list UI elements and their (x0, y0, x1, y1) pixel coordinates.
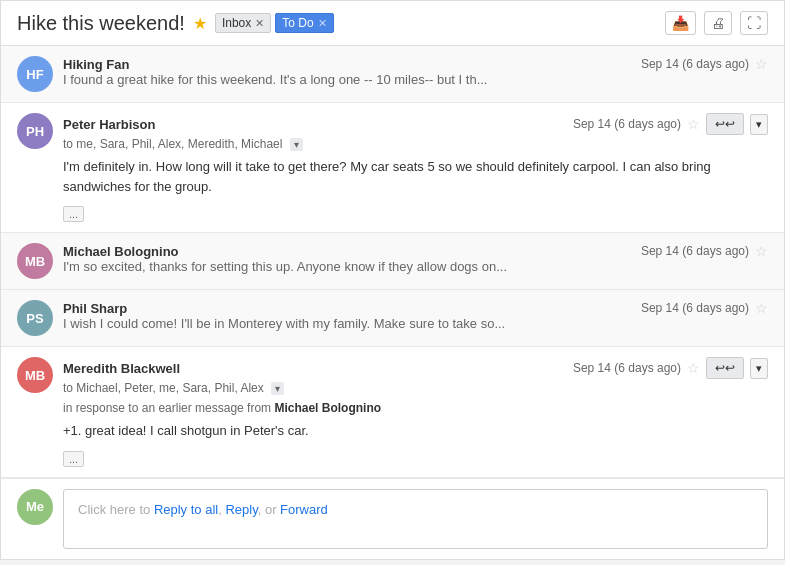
print-button[interactable]: 🖨 (704, 11, 732, 35)
sender-peter: Peter Harbison (63, 117, 155, 132)
tag-inbox-close[interactable]: ✕ (255, 17, 264, 30)
star-peter[interactable]: ☆ (687, 116, 700, 132)
message-top-row-phil: Phil Sharp Sep 14 (6 days ago) ☆ (63, 300, 768, 316)
message-content-hiking-fan: Hiking Fan Sep 14 (6 days ago) ☆ I found… (63, 56, 768, 87)
forward-link[interactable]: Forward (280, 502, 328, 517)
date-meredith: Sep 14 (6 days ago) (573, 361, 681, 375)
message-top-row-meredith: Meredith Blackwell Sep 14 (6 days ago) ☆… (63, 357, 768, 379)
more-content-peter[interactable]: ... (63, 206, 84, 222)
star-hiking-fan[interactable]: ☆ (755, 56, 768, 72)
reply-meredith-button[interactable]: ↩↩ (706, 357, 744, 379)
snippet-phil: I wish I could come! I'll be in Monterey… (63, 316, 768, 331)
message-row-michael[interactable]: MB Michael Bolognino Sep 14 (6 days ago)… (1, 233, 784, 290)
reply-or-text: , or (258, 502, 280, 517)
more-peter-button[interactable]: ▾ (750, 114, 768, 135)
sender-phil: Phil Sharp (63, 301, 127, 316)
expand-recipients-meredith[interactable]: ▾ (271, 382, 284, 395)
avatar-phil: PS (17, 300, 53, 336)
message-top-row-peter: Peter Harbison Sep 14 (6 days ago) ☆ ↩↩ … (63, 113, 768, 135)
message-meta-phil: Sep 14 (6 days ago) ☆ (641, 300, 768, 316)
star-michael[interactable]: ☆ (755, 243, 768, 259)
message-row-phil[interactable]: PS Phil Sharp Sep 14 (6 days ago) ☆ I wi… (1, 290, 784, 347)
message-row-peter: PH Peter Harbison Sep 14 (6 days ago) ☆ … (1, 103, 784, 233)
date-michael: Sep 14 (6 days ago) (641, 244, 749, 258)
more-content-meredith[interactable]: ... (63, 451, 84, 467)
snippet-michael: I'm so excited, thanks for setting this … (63, 259, 768, 274)
email-title: Hike this weekend! (17, 12, 185, 35)
reply-box[interactable]: Click here to Reply to all, Reply, or Fo… (63, 489, 768, 549)
date-phil: Sep 14 (6 days ago) (641, 301, 749, 315)
to-line-peter: to me, Sara, Phil, Alex, Meredith, Micha… (63, 137, 768, 151)
avatar-hiking-fan: HF (17, 56, 53, 92)
sender-michael: Michael Bolognino (63, 244, 179, 259)
tag-todo-close[interactable]: ✕ (318, 17, 327, 30)
reply-box-row: Me Click here to Reply to all, Reply, or… (1, 478, 784, 559)
message-content-meredith: Meredith Blackwell Sep 14 (6 days ago) ☆… (63, 357, 768, 467)
star-phil[interactable]: ☆ (755, 300, 768, 316)
message-row-hiking-fan[interactable]: HF Hiking Fan Sep 14 (6 days ago) ☆ I fo… (1, 46, 784, 103)
avatar-me: Me (17, 489, 53, 525)
message-content-peter: Peter Harbison Sep 14 (6 days ago) ☆ ↩↩ … (63, 113, 768, 222)
body-peter: I'm definitely in. How long will it take… (63, 157, 768, 196)
reply-prompt-text: Click here to (78, 502, 154, 517)
sender-hiking-fan: Hiking Fan (63, 57, 129, 72)
expand-recipients-peter[interactable]: ▾ (290, 138, 303, 151)
tag-todo-label: To Do (282, 16, 313, 30)
message-top-row-michael: Michael Bolognino Sep 14 (6 days ago) ☆ (63, 243, 768, 259)
sender-meredith: Meredith Blackwell (63, 361, 180, 376)
snippet-hiking-fan: I found a great hike for this weekend. I… (63, 72, 768, 87)
reply-peter-button[interactable]: ↩↩ (706, 113, 744, 135)
message-content-phil: Phil Sharp Sep 14 (6 days ago) ☆ I wish … (63, 300, 768, 331)
message-meta-michael: Sep 14 (6 days ago) ☆ (641, 243, 768, 259)
message-content-michael: Michael Bolognino Sep 14 (6 days ago) ☆ … (63, 243, 768, 274)
body-meredith: +1. great idea! I call shotgun in Peter'… (63, 421, 768, 441)
in-response-sender: Michael Bolognino (274, 401, 381, 415)
avatar-peter: PH (17, 113, 53, 149)
avatar-meredith: MB (17, 357, 53, 393)
email-header: Hike this weekend! ★ Inbox ✕ To Do ✕ 📥 🖨… (1, 1, 784, 46)
tag-todo: To Do ✕ (275, 13, 333, 33)
reply-link[interactable]: Reply (225, 502, 257, 517)
date-hiking-fan: Sep 14 (6 days ago) (641, 57, 749, 71)
date-peter: Sep 14 (6 days ago) (573, 117, 681, 131)
archive-button[interactable]: 📥 (665, 11, 696, 35)
message-meta-peter: Sep 14 (6 days ago) ☆ ↩↩ ▾ (573, 113, 768, 135)
header-actions: 📥 🖨 ⛶ (665, 11, 768, 35)
message-meta-meredith: Sep 14 (6 days ago) ☆ ↩↩ ▾ (573, 357, 768, 379)
tag-inbox-label: Inbox (222, 16, 251, 30)
email-thread: Hike this weekend! ★ Inbox ✕ To Do ✕ 📥 🖨… (0, 0, 785, 560)
tag-inbox: Inbox ✕ (215, 13, 271, 33)
in-response-meredith: in response to an earlier message from M… (63, 401, 768, 415)
to-line-meredith: to Michael, Peter, me, Sara, Phil, Alex … (63, 381, 768, 395)
message-row-meredith: MB Meredith Blackwell Sep 14 (6 days ago… (1, 347, 784, 478)
star-label-icon[interactable]: ★ (193, 14, 207, 33)
more-meredith-button[interactable]: ▾ (750, 358, 768, 379)
message-meta-hiking-fan: Sep 14 (6 days ago) ☆ (641, 56, 768, 72)
fullscreen-button[interactable]: ⛶ (740, 11, 768, 35)
message-top-row-hiking-fan: Hiking Fan Sep 14 (6 days ago) ☆ (63, 56, 768, 72)
avatar-michael: MB (17, 243, 53, 279)
star-meredith[interactable]: ☆ (687, 360, 700, 376)
reply-all-link[interactable]: Reply to all (154, 502, 218, 517)
